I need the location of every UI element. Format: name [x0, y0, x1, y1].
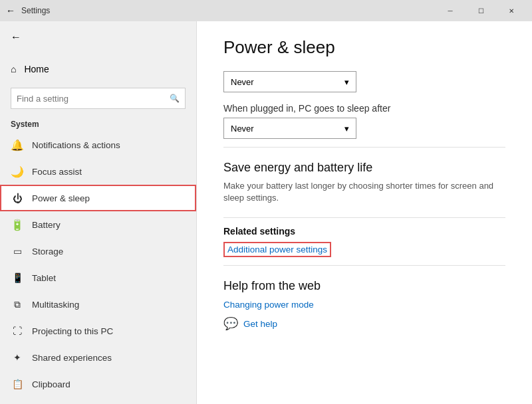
battery-label: Battery — [32, 220, 61, 230]
additional-power-link-item: Additional power settings — [223, 242, 505, 257]
sleep-dropdown-value: Never — [231, 124, 254, 134]
shared-label: Shared experiences — [32, 353, 112, 363]
search-container: 🔍 — [0, 85, 196, 114]
main-content: Power & sleep Never ▾ When plugged in, P… — [197, 21, 532, 404]
storage-icon: ▭ — [11, 246, 24, 256]
clipboard-label: Clipboard — [32, 379, 70, 389]
back-arrow-icon: ← — [11, 31, 21, 43]
titlebar-title: Settings — [21, 6, 50, 15]
additional-power-settings-link[interactable]: Additional power settings — [223, 242, 331, 257]
clipboard-icon: 📋 — [11, 379, 24, 389]
first-dropdown-value: Never — [231, 77, 254, 87]
sidebar-item-power[interactable]: ⏻ Power & sleep — [0, 185, 196, 211]
sidebar-item-notifications[interactable]: 🔔 Notifications & actions — [0, 132, 196, 158]
get-help-row: 💬 Get help — [223, 316, 505, 331]
titlebar-left: ← Settings — [5, 5, 435, 16]
search-box[interactable]: 🔍 — [11, 88, 186, 109]
multitasking-icon: ⧉ — [11, 299, 24, 310]
projecting-label: Projecting to this PC — [32, 326, 113, 336]
sidebar-item-battery[interactable]: 🔋 Battery — [0, 211, 196, 238]
changing-power-mode-link[interactable]: Changing power mode — [223, 300, 505, 310]
save-energy-desc: Make your battery last longer by choosin… — [223, 180, 505, 204]
sidebar-item-multitasking[interactable]: ⧉ Multitasking — [0, 291, 196, 318]
sleep-dropdown[interactable]: Never ▾ — [223, 118, 356, 139]
power-label: Power & sleep — [32, 193, 90, 203]
sidebar-item-shared[interactable]: ✦ Shared experiences — [0, 344, 196, 371]
restore-button[interactable]: ☐ — [466, 0, 496, 21]
shared-icon: ✦ — [11, 352, 24, 363]
back-button[interactable]: ← — [0, 21, 196, 53]
titlebar: ← Settings ─ ☐ ✕ — [0, 0, 532, 21]
get-help-link[interactable]: Get help — [243, 319, 277, 329]
focus-icon: 🌙 — [11, 165, 24, 178]
storage-label: Storage — [32, 247, 63, 256]
projecting-icon: ⛶ — [11, 326, 24, 336]
help-title: Help from the web — [223, 279, 505, 293]
divider1 — [223, 147, 505, 148]
get-help-icon: 💬 — [223, 316, 238, 331]
sleep-dropdown-chevron: ▾ — [344, 124, 349, 134]
sidebar-item-storage[interactable]: ▭ Storage — [0, 238, 196, 264]
focus-label: Focus assist — [32, 167, 82, 177]
settings-back-icon[interactable]: ← — [5, 5, 16, 16]
close-button[interactable]: ✕ — [496, 0, 527, 21]
window: ← ⌂ Home 🔍 System 🔔 Notifications & acti… — [0, 21, 532, 404]
home-label: Home — [24, 64, 49, 74]
battery-icon: 🔋 — [11, 219, 24, 231]
divider2 — [223, 217, 505, 218]
sidebar-item-home[interactable]: ⌂ Home — [0, 53, 196, 85]
first-dropdown[interactable]: Never ▾ — [223, 71, 356, 92]
first-dropdown-chevron: ▾ — [344, 77, 349, 87]
page-title: Power & sleep — [223, 37, 505, 58]
multitasking-label: Multitasking — [32, 300, 79, 310]
sidebar: ← ⌂ Home 🔍 System 🔔 Notifications & acti… — [0, 21, 197, 404]
minimize-button[interactable]: ─ — [435, 0, 466, 21]
search-input[interactable] — [17, 94, 166, 104]
home-icon: ⌂ — [11, 64, 16, 74]
notifications-label: Notifications & actions — [32, 140, 120, 150]
save-energy-heading: Save energy and battery life — [223, 161, 505, 175]
related-settings-title: Related settings — [223, 226, 505, 237]
sleep-dropdown-group: When plugged in, PC goes to sleep after … — [223, 103, 505, 139]
tablet-label: Tablet — [32, 273, 56, 283]
tablet-icon: 📱 — [11, 272, 24, 283]
sidebar-item-tablet[interactable]: 📱 Tablet — [0, 264, 196, 291]
notifications-icon: 🔔 — [11, 139, 24, 152]
sidebar-item-focus[interactable]: 🌙 Focus assist — [0, 158, 196, 185]
first-dropdown-group: Never ▾ — [223, 71, 505, 92]
titlebar-controls: ─ ☐ ✕ — [435, 0, 527, 21]
power-icon: ⏻ — [11, 193, 24, 204]
sidebar-item-clipboard[interactable]: 📋 Clipboard — [0, 371, 196, 397]
sleep-dropdown-label: When plugged in, PC goes to sleep after — [223, 103, 505, 114]
system-section-title: System — [0, 114, 196, 132]
divider3 — [223, 265, 505, 266]
sidebar-item-projecting[interactable]: ⛶ Projecting to this PC — [0, 318, 196, 344]
search-icon: 🔍 — [170, 94, 180, 103]
